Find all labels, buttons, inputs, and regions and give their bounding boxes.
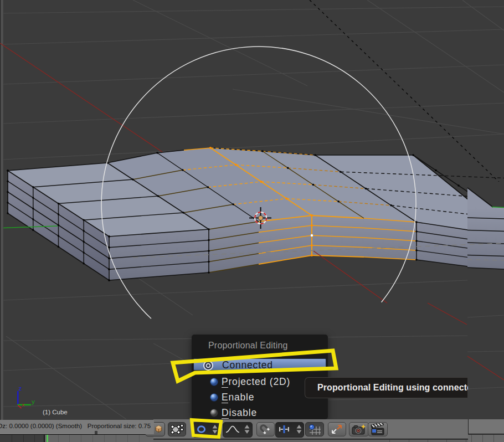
svg-text:x: x xyxy=(22,402,25,408)
svg-text:y: y xyxy=(32,398,35,405)
svg-text:(1) Cube: (1) Cube xyxy=(43,409,68,415)
svg-text:z: z xyxy=(19,385,22,392)
